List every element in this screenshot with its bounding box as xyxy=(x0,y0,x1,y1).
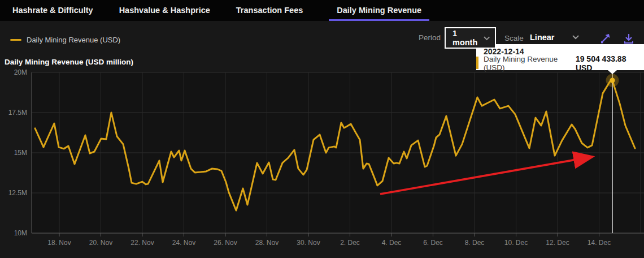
chart-tooltip: 2022-12-14 Daily Mining Revenue (USD) 19… xyxy=(476,44,644,70)
revenue-line-chart[interactable]: 10M12.5M15M17.5M20M18. Nov20. Nov22. Nov… xyxy=(0,0,644,258)
mining-dashboard: Hashrate & Difficulty Hashvalue & Hashpr… xyxy=(0,0,644,258)
chevron-down-icon xyxy=(483,36,490,41)
svg-text:24. Nov: 24. Nov xyxy=(172,239,195,247)
svg-text:18. Nov: 18. Nov xyxy=(47,239,71,247)
svg-text:17.5M: 17.5M xyxy=(8,109,27,117)
tooltip-series-label: Daily Mining Revenue (USD) xyxy=(484,55,576,72)
svg-text:2. Dec: 2. Dec xyxy=(340,239,360,247)
svg-text:8. Dec: 8. Dec xyxy=(465,239,485,247)
svg-text:10. Dec: 10. Dec xyxy=(504,239,528,247)
tooltip-series-swatch xyxy=(476,57,478,69)
svg-text:20M: 20M xyxy=(14,68,27,76)
tooltip-pointer xyxy=(608,70,617,74)
svg-text:10M: 10M xyxy=(14,229,27,237)
tooltip-series-row: Daily Mining Revenue (USD) 19 504 433.88… xyxy=(476,58,644,69)
svg-text:20. Nov: 20. Nov xyxy=(89,239,112,247)
period-dropdown[interactable]: 1 month xyxy=(445,27,496,49)
svg-text:15M: 15M xyxy=(14,149,27,157)
svg-text:12. Dec: 12. Dec xyxy=(546,239,569,247)
svg-text:30. Nov: 30. Nov xyxy=(297,239,320,247)
svg-text:28. Nov: 28. Nov xyxy=(255,239,279,247)
svg-text:12.5M: 12.5M xyxy=(8,189,27,197)
period-dropdown-value: 1 month xyxy=(452,29,483,47)
svg-text:22. Nov: 22. Nov xyxy=(130,239,154,247)
svg-text:26. Nov: 26. Nov xyxy=(214,239,237,247)
svg-text:6. Dec: 6. Dec xyxy=(423,239,443,247)
svg-text:14. Dec: 14. Dec xyxy=(588,239,611,247)
svg-text:4. Dec: 4. Dec xyxy=(382,239,402,247)
